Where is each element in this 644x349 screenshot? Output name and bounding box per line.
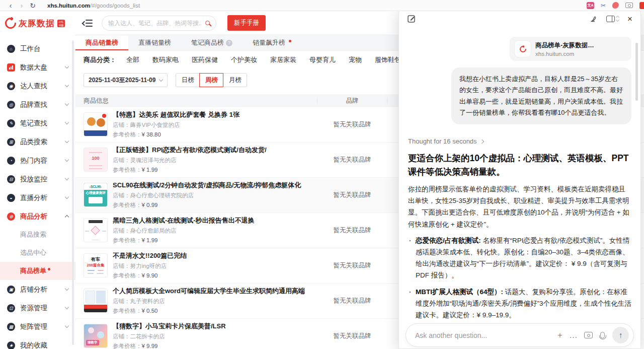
list-item: MBTI扩展人格测试（64型）: 话题大、复购和分享强。原创化：在标准维度外增加… — [408, 286, 631, 321]
chevron-down-icon — [65, 305, 69, 309]
chevron-down-icon — [65, 120, 69, 124]
bar-chart-icon — [7, 63, 15, 72]
microphone-icon[interactable] — [600, 332, 605, 338]
ai-answer-intro: 你拉的周榜显示低客单价的虚拟测试、学习资料、模板类在近期卖得稳且出单快，女性25… — [408, 183, 631, 230]
category-home[interactable]: 家居家装 — [270, 55, 296, 64]
tab-live-sales-ranking[interactable]: 直播销量榜 — [128, 35, 181, 50]
chat-input[interactable] — [415, 331, 551, 339]
product-thumbnail: 100 — [84, 148, 108, 172]
product-shop: 店铺：努力ing呀的店 — [113, 262, 187, 270]
new-chat-icon[interactable] — [407, 14, 416, 23]
product-shop: 店铺：薅券VIP小食堂的店 — [113, 121, 239, 129]
product-title: 个人简历模板大全word可编辑应届大学生毕业生求职简约通用高端 — [113, 287, 305, 296]
sidebar-item-note-search[interactable]: ✎ 笔记查找 — [0, 114, 75, 132]
period-weekly-button[interactable]: 周榜 — [199, 73, 223, 87]
sidebar-item-category-search[interactable]: ⊞ 品类搜索 — [0, 132, 75, 151]
ai-chat-panel: × 商品榜单-灰豚数据… xhs.huitun.com 我想在小红书上卖虚拟产品… — [398, 7, 641, 349]
brand-search-icon: ◎ — [7, 101, 15, 109]
product-thumbnail — [84, 112, 108, 136]
chat-scrollbar[interactable] — [635, 43, 638, 101]
sidebar-item-product-search[interactable]: 商品搜索 — [0, 226, 75, 244]
date-range-select[interactable]: 2025-11-03至2025-11-09 — [84, 73, 168, 87]
sidebar-item-data-dashboard[interactable]: 数据大盘 — [0, 58, 75, 77]
close-icon[interactable]: × — [627, 15, 632, 23]
thought-toggle[interactable]: Thought for 16 seconds — [408, 137, 631, 145]
period-daily-button[interactable]: 日榜 — [176, 73, 200, 87]
chevron-right-icon — [479, 139, 484, 144]
category-label: 商品分类： — [84, 55, 116, 64]
product-price: 参考价格：¥ 1.99 — [113, 237, 255, 244]
beginner-manual-button[interactable]: 新手手册 — [227, 15, 266, 31]
sidebar-scrollbar[interactable] — [72, 40, 74, 345]
global-search[interactable] — [102, 16, 216, 31]
product-shop: 店铺：丸子资料的店 — [113, 298, 305, 305]
page-context-card[interactable]: 商品榜单-灰豚数据… xhs.huitun.com — [510, 37, 631, 61]
hot-content-icon: ◔ — [7, 157, 15, 165]
sidebar-item-influencer-search[interactable]: ◉ 达人查找 — [0, 77, 75, 95]
attach-icon[interactable]: + — [557, 331, 562, 339]
browser-bar: ‹ › ↻ xhs.huitun.com/#/goods/goods_list … — [0, 0, 644, 11]
tab-product-sales-ranking[interactable]: 商品销量榜 — [75, 35, 128, 50]
more-options-icon[interactable]: … — [569, 331, 578, 339]
list-item: 恋爱依恋/占有欲测试: 名称里有“RPI恋爱占有欲/依恋模式测试”。女性情感话题… — [408, 235, 631, 282]
sidebar-item-product-ranking[interactable]: 商品榜单 — [0, 262, 75, 280]
scissors-extension-icon[interactable]: ✂ — [601, 2, 606, 9]
collapse-sidebar-icon[interactable] — [83, 19, 93, 27]
tab-sales-surge-ranking[interactable]: 销量飙升榜 — [243, 35, 301, 50]
sidebar-item-hot-content[interactable]: ◔ 热门内容 — [0, 151, 75, 170]
category-pets[interactable]: 宠物 — [349, 55, 362, 64]
forward-icon[interactable]: › — [16, 1, 27, 11]
period-monthly-button[interactable]: 月榜 — [223, 73, 247, 87]
back-icon[interactable]: ‹ — [5, 1, 16, 11]
edge-extension-icon-partial[interactable] — [639, 2, 644, 9]
record-extension-icon[interactable] — [612, 2, 619, 9]
sidebar-item-resource-management[interactable]: ⊡ 资源管理 — [0, 299, 75, 317]
column-brand: 品牌 — [317, 97, 387, 104]
tab-note-product-ranking[interactable]: 笔记商品榜? — [181, 35, 243, 50]
category-digital[interactable]: 数码家电 — [152, 55, 179, 64]
sidebar: 灰豚数据 小红书版 ⌂ 工作台 数据大盘 ◉ 达人查找 ◎ 品牌查找 ✎ 笔记查… — [0, 11, 75, 349]
sidebar-item-matrix-management[interactable]: ▦ 矩阵管理 — [0, 317, 75, 336]
search-icon[interactable] — [205, 21, 210, 25]
sidebar-item-workbench[interactable]: ⌂ 工作台 — [0, 39, 75, 58]
sidebar-nav: ⌂ 工作台 数据大盘 ◉ 达人查找 ◎ 品牌查找 ✎ 笔记查找 ⊞ 品类搜索 ◔… — [0, 39, 75, 349]
category-beauty[interactable]: 个护美妆 — [231, 55, 257, 64]
brand-cell: 暂无关联品牌 — [317, 226, 387, 235]
live-icon: ◒ — [7, 194, 15, 202]
split-view-icon[interactable] — [606, 16, 619, 22]
sidebar-item-selection-center[interactable]: 选品中心 — [0, 244, 75, 262]
chevron-up-icon — [65, 215, 69, 219]
sidebar-item-shop-analysis[interactable]: ▣ 店铺分析 — [0, 280, 75, 299]
chevron-down-icon — [65, 195, 69, 199]
pen-icon[interactable] — [590, 15, 598, 23]
product-title: 【特惠】达美乐 超值双比萨套餐 兑换券 1张 — [113, 111, 239, 119]
column-product-info: 商品信息 — [75, 97, 317, 105]
address-bar[interactable]: xhs.huitun.com/#/goods/goods_list — [47, 3, 140, 9]
screenshot-extension-icon[interactable] — [625, 3, 633, 8]
sidebar-item-ad-monitor[interactable]: ⊟ 投放监控 — [0, 170, 75, 188]
resource-icon: ⊡ — [7, 304, 15, 312]
help-icon[interactable]: ? — [226, 40, 232, 46]
search-input[interactable] — [108, 20, 201, 27]
sidebar-item-favorites[interactable]: ★ 我的收藏 — [0, 336, 75, 349]
chevron-down-icon — [65, 176, 69, 180]
reload-icon[interactable]: ↻ — [27, 1, 38, 11]
camera-icon[interactable] — [584, 332, 593, 338]
huitun-logo-icon — [3, 16, 19, 31]
user-search-icon: ◉ — [7, 82, 15, 90]
product-shop: 店铺：身心疗愈心理研究院的店 — [113, 192, 301, 199]
category-icon: ⊞ — [7, 138, 15, 146]
product-thumbnail: -SCL90-心理健康测评 — [84, 183, 108, 207]
chevron-down-icon — [65, 102, 69, 106]
app-logo[interactable]: 灰豚数据 小红书版 — [0, 11, 75, 35]
product-price: 参考价格：¥ 9.90 — [113, 272, 187, 280]
category-all[interactable]: 全部 — [126, 55, 139, 64]
category-baby[interactable]: 母婴育儿 — [309, 55, 336, 64]
send-button[interactable]: ↑ — [612, 327, 629, 343]
translate-extension-icon[interactable]: 文A — [587, 2, 594, 9]
category-health[interactable]: 医药保健 — [192, 55, 218, 64]
category-apparel[interactable]: 服饰鞋包 — [375, 55, 401, 64]
sidebar-item-product-analysis[interactable]: ⊙ 商品分析 — [0, 207, 75, 226]
sidebar-item-brand-search[interactable]: ◎ 品牌查找 — [0, 95, 75, 114]
sidebar-item-live-analysis[interactable]: ◒ 直播分析 — [0, 188, 75, 207]
